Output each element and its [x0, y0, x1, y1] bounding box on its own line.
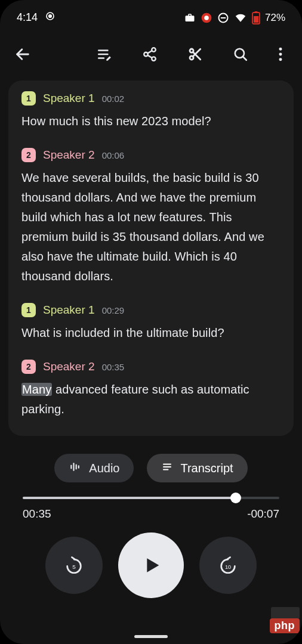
remaining-time: -00:07 [247, 507, 279, 521]
wifi-icon [234, 13, 247, 23]
svg-point-1 [49, 15, 52, 18]
svg-line-16 [147, 51, 152, 53]
segment-text: How much is this new 2023 model? [21, 112, 281, 131]
svg-point-3 [204, 16, 209, 20]
svg-rect-7 [254, 11, 257, 13]
watermark-backdrop [271, 607, 300, 619]
svg-point-25 [279, 53, 282, 56]
battery-percent: 72% [265, 12, 285, 24]
svg-line-17 [147, 55, 152, 58]
waveform-icon [69, 461, 82, 476]
segment-timestamp: 00:29 [102, 305, 125, 315]
svg-point-24 [279, 48, 282, 51]
status-bar: 4:14 72% [0, 0, 302, 29]
recording-dot-icon [201, 12, 212, 24]
view-toggle: Audio Transcript [0, 454, 302, 482]
rewind-button[interactable]: 5 [45, 537, 103, 594]
speaker-badge: 2 [21, 148, 36, 162]
svg-point-15 [152, 57, 156, 61]
gesture-bar[interactable] [134, 635, 168, 638]
do-not-disturb-icon [217, 12, 229, 24]
svg-point-14 [144, 52, 148, 57]
speaker-name: Speaker 2 [43, 360, 95, 373]
svg-point-26 [279, 58, 282, 61]
speaker-name: Speaker 1 [43, 92, 95, 105]
svg-line-23 [243, 57, 246, 60]
transcript-segment[interactable]: 1 Speaker 1 00:29 What is included in th… [21, 303, 281, 343]
segment-text: We have several builds, the basic build … [21, 168, 281, 286]
edit-list-button[interactable] [93, 43, 116, 66]
elapsed-time: 00:35 [23, 507, 51, 521]
share-button[interactable] [138, 43, 161, 66]
transcript-segment[interactable]: 1 Speaker 1 00:02 How much is this new 2… [21, 91, 281, 131]
seek-thumb[interactable] [230, 493, 241, 503]
work-profile-icon [184, 13, 196, 23]
speaker-name: Speaker 2 [43, 148, 95, 162]
segment-timestamp: 00:06 [102, 150, 125, 160]
tab-transcript-label: Transcript [180, 462, 233, 475]
watermark: php [270, 618, 300, 633]
speaker-badge: 1 [21, 303, 36, 317]
seek-fill [23, 497, 236, 499]
list-icon [161, 462, 173, 475]
current-word-highlight: Many [21, 383, 52, 396]
segment-timestamp: 00:02 [102, 94, 125, 104]
speaker-badge: 2 [21, 360, 36, 374]
more-options-button[interactable] [275, 43, 286, 66]
transcript-card: 1 Speaker 1 00:02 How much is this new 2… [8, 80, 294, 436]
search-button[interactable] [229, 43, 252, 66]
back-button[interactable] [11, 42, 35, 66]
crop-button[interactable] [184, 43, 207, 66]
seek-bar[interactable]: 00:35 -00:07 [0, 482, 302, 521]
segment-text: What is included in the ultimate build? [21, 323, 281, 343]
playback-controls: 5 10 [0, 532, 302, 598]
battery-icon [252, 11, 260, 24]
play-button[interactable] [118, 532, 184, 598]
svg-text:10: 10 [225, 564, 231, 570]
transcript-segment[interactable]: 2 Speaker 2 00:35 Many advanced feature … [21, 360, 281, 419]
app-toolbar [0, 29, 302, 72]
tab-audio-label: Audio [89, 462, 119, 475]
speaker-name: Speaker 1 [43, 304, 95, 317]
forward-button[interactable]: 10 [199, 537, 257, 594]
tab-audio[interactable]: Audio [54, 454, 134, 482]
screen-record-indicator-icon [45, 11, 56, 24]
segment-text: Many advanced feature such as automatic … [21, 380, 281, 419]
svg-rect-8 [254, 16, 258, 23]
segment-timestamp: 00:35 [102, 362, 125, 372]
svg-point-13 [152, 48, 156, 52]
svg-text:5: 5 [72, 564, 76, 570]
speaker-badge: 1 [21, 91, 36, 106]
tab-transcript[interactable]: Transcript [147, 454, 247, 482]
status-time: 4:14 [17, 11, 38, 24]
transcript-segment[interactable]: 2 Speaker 2 00:06 We have several builds… [21, 148, 281, 286]
